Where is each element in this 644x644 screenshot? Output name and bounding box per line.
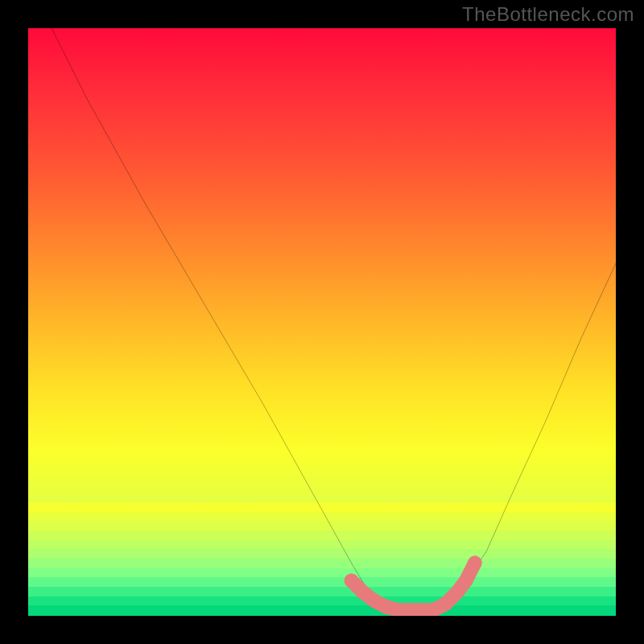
sweet-spot-markers [345, 556, 482, 616]
marker-dot [345, 573, 359, 588]
marker-dot [439, 597, 453, 612]
marker-dot [356, 585, 370, 600]
marker-dot [459, 573, 473, 588]
marker-dot [450, 585, 464, 600]
plot-area [28, 28, 616, 616]
marker-dot [380, 600, 394, 614]
curve-layer [28, 28, 616, 616]
chart-stage: TheBottleneck.com [0, 0, 644, 644]
bottleneck-curve-path [52, 28, 616, 610]
marker-dot [468, 556, 482, 571]
watermark-text: TheBottleneck.com [462, 3, 634, 26]
